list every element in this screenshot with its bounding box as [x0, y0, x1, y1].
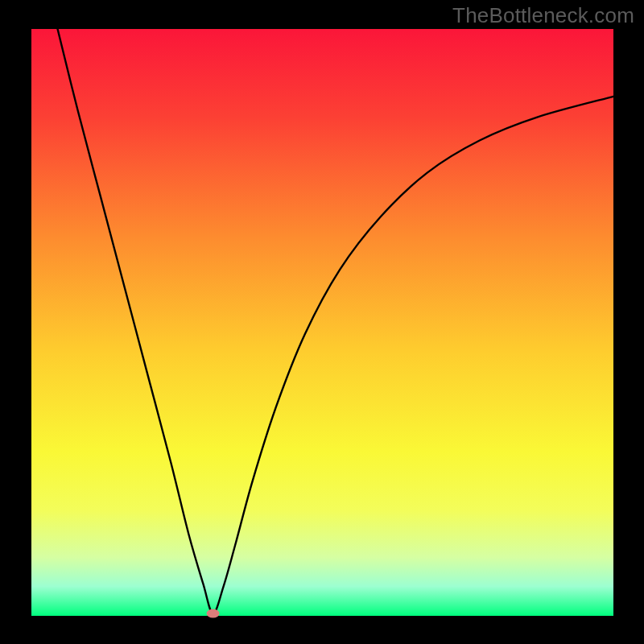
- chart-svg: [0, 0, 644, 644]
- chart-frame: { "watermark": "TheBottleneck.com", "cha…: [0, 0, 644, 644]
- plot-background: [31, 29, 613, 616]
- minimum-marker: [207, 609, 220, 618]
